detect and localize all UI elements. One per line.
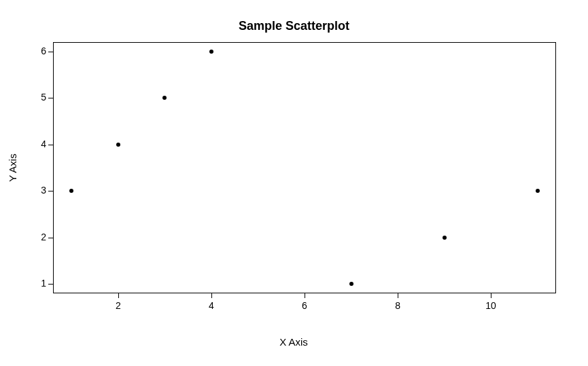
plot-frame xyxy=(53,42,556,293)
data-point xyxy=(116,143,120,147)
x-tick-label: 2 xyxy=(111,300,125,311)
data-point xyxy=(349,282,353,286)
y-tick-label: 4 xyxy=(33,139,46,149)
x-tick-label: 8 xyxy=(391,300,404,311)
y-tick-mark xyxy=(48,145,53,145)
y-tick-mark xyxy=(48,98,53,98)
data-point xyxy=(209,50,213,54)
y-tick-label: 6 xyxy=(33,45,46,56)
x-tick-label: 4 xyxy=(205,300,218,311)
x-tick-mark xyxy=(211,293,212,298)
x-tick-mark xyxy=(491,293,491,298)
y-tick-mark xyxy=(48,191,53,191)
x-tick-label: 10 xyxy=(484,300,498,311)
x-axis-label: X Axis xyxy=(273,336,314,348)
y-tick-mark xyxy=(48,52,53,52)
x-tick-mark xyxy=(398,293,398,298)
y-tick-mark xyxy=(48,238,53,238)
scatterplot-chart: Sample Scatterplot 246810123456 X Axis Y… xyxy=(0,0,588,366)
data-point xyxy=(443,236,447,240)
x-tick-label: 6 xyxy=(298,300,311,311)
y-tick-mark xyxy=(48,284,53,285)
y-tick-label: 1 xyxy=(33,278,46,289)
data-point xyxy=(69,189,73,193)
data-point xyxy=(536,189,540,193)
y-tick-label: 5 xyxy=(33,92,46,103)
y-axis-label: Y Axis xyxy=(7,153,18,181)
x-tick-mark xyxy=(118,293,119,298)
x-tick-mark xyxy=(305,293,305,298)
y-tick-label: 2 xyxy=(33,232,46,242)
y-tick-label: 3 xyxy=(33,185,46,196)
data-point xyxy=(162,96,167,100)
chart-title: Sample Scatterplot xyxy=(0,19,588,33)
